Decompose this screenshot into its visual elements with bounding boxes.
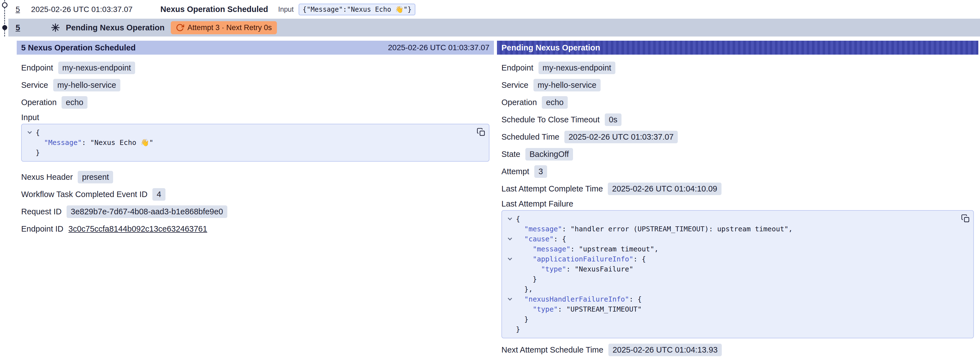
field-value-chip: my-nexus-endpoint — [58, 62, 135, 74]
code-gutter — [24, 138, 36, 148]
field-row: Next Attempt Schedule Time 2025-02-26 UT… — [501, 341, 974, 358]
field-row: State BackingOff — [501, 145, 974, 163]
field-value-chip: BackingOff — [525, 148, 573, 161]
code-gutter — [504, 304, 516, 315]
field-label: Operation — [21, 98, 57, 107]
pending-panel-header: Pending Nexus Operation — [497, 41, 978, 54]
code-text: } — [36, 148, 40, 158]
retry-refresh-icon — [176, 23, 184, 32]
field-label: Endpoint ID — [21, 224, 64, 233]
field-label: Service — [501, 81, 528, 90]
attempt-retry-badge: Attempt 3 · Next Retry 0s — [171, 21, 277, 34]
scheduled-event-panel: 5 Nexus Operation Scheduled 2025-02-26 U… — [17, 41, 494, 238]
event-timestamp: 2025-02-26 UTC 01:03:37.07 — [31, 5, 133, 14]
code-text: } — [516, 324, 520, 334]
pending-operation-row[interactable]: 5 Pending Nexus Operation Attempt 3 · Ne… — [8, 19, 980, 37]
input-preview-chip: {"Message":"Nexus Echo 👋"} — [299, 4, 415, 15]
code-text: }, — [516, 284, 533, 294]
collapse-chevron-icon[interactable] — [504, 234, 516, 244]
collapse-chevron-icon[interactable] — [504, 294, 516, 304]
field-label: Attempt — [501, 167, 529, 176]
code-line: } — [504, 315, 956, 324]
collapse-chevron-icon[interactable] — [504, 214, 516, 224]
endpoint-id-link[interactable]: 3c0c75ccfa8144b092c13ce632463761 — [68, 224, 207, 233]
field-value-chip: 3 — [534, 165, 547, 178]
code-text: "Message": "Nexus Echo 👋" — [36, 138, 153, 148]
field-value-chip: 4 — [153, 188, 165, 201]
code-line: } — [504, 324, 956, 334]
code-line: { — [504, 214, 956, 224]
code-line: "nexusHandlerFailureInfo": { — [504, 294, 956, 304]
code-text: "applicationFailureInfo": { — [516, 254, 646, 264]
code-gutter — [504, 315, 516, 324]
input-section-label: Input — [21, 111, 490, 124]
field-row: Last Attempt Complete Time 2025-02-26 UT… — [501, 180, 974, 197]
code-line: "message": "handler error (UPSTREAM_TIME… — [504, 224, 956, 234]
field-row: Endpoint ID 3c0c75ccfa8144b092c13ce63246… — [21, 220, 490, 238]
field-value-chip: echo — [542, 96, 568, 109]
pending-panel-title: Pending Nexus Operation — [501, 43, 600, 53]
field-row: Service my-hello-service — [501, 77, 974, 94]
code-line: { — [24, 128, 472, 138]
collapse-chevron-icon[interactable] — [24, 128, 36, 138]
collapse-chevron-icon[interactable] — [504, 254, 516, 264]
code-gutter — [504, 264, 516, 274]
field-label: Endpoint — [501, 63, 533, 72]
timeline-event-circle-icon — [2, 2, 8, 8]
code-gutter — [504, 284, 516, 294]
code-text: "message": "handler error (UPSTREAM_TIME… — [516, 224, 792, 234]
field-label: Workflow Task Completed Event ID — [21, 190, 147, 199]
scheduled-panel-header: 5 Nexus Operation Scheduled 2025-02-26 U… — [17, 41, 494, 54]
field-row: Nexus Header present — [21, 168, 490, 186]
code-text: { — [516, 214, 520, 224]
failure-code-block: { "message": "handler error (UPSTREAM_TI… — [501, 210, 974, 338]
code-line: "type": "NexusFailure" — [504, 264, 956, 274]
event-title: Nexus Operation Scheduled — [161, 5, 268, 14]
code-gutter — [504, 224, 516, 234]
field-row: Endpoint my-nexus-endpoint — [501, 59, 974, 77]
input-code-block: { "Message": "Nexus Echo 👋"} — [21, 124, 490, 162]
code-line: } — [504, 274, 956, 284]
code-line: "applicationFailureInfo": { — [504, 254, 956, 264]
field-row: Service my-hello-service — [21, 77, 490, 94]
event-detail-panels: 5 Nexus Operation Scheduled 2025-02-26 U… — [17, 41, 978, 358]
code-line: "Message": "Nexus Echo 👋" — [24, 138, 472, 148]
field-label: Request ID — [21, 207, 62, 216]
event-row-scheduled[interactable]: 5 2025-02-26 UTC 01:03:37.07 Nexus Opera… — [16, 0, 980, 19]
field-row: Workflow Task Completed Event ID 4 — [21, 186, 490, 203]
field-label: Scheduled Time — [501, 133, 559, 142]
field-row: Operation echo — [501, 94, 974, 111]
field-label: State — [501, 150, 520, 159]
event-id-link[interactable]: 5 — [16, 5, 20, 14]
pending-operation-panel: Pending Nexus Operation Endpoint my-nexu… — [497, 41, 978, 358]
input-label: Input — [278, 5, 294, 13]
field-row: Scheduled Time 2025-02-26 UTC 01:03:37.0… — [501, 128, 974, 145]
code-line: } — [24, 148, 472, 158]
code-text: "cause": { — [516, 234, 566, 244]
field-label: Schedule To Close Timeout — [501, 115, 600, 124]
field-value-chip: echo — [62, 96, 88, 109]
field-value-chip: my-hello-service — [533, 79, 601, 91]
code-gutter — [504, 244, 516, 254]
field-value-chip: 3e829b7e-7d67-4b08-aad3-b1e868bfe9e0 — [67, 205, 228, 218]
code-gutter — [24, 148, 36, 158]
field-row: Endpoint my-nexus-endpoint — [21, 59, 490, 77]
code-line: "cause": { — [504, 234, 956, 244]
pending-asterisk-icon — [51, 23, 60, 32]
field-value-chip: present — [78, 171, 113, 184]
code-text: { — [36, 128, 40, 138]
field-label: Next Attempt Schedule Time — [501, 345, 603, 354]
timeline-pending-dot-icon — [2, 25, 7, 30]
code-gutter — [504, 274, 516, 284]
field-row: Schedule To Close Timeout 0s — [501, 111, 974, 128]
copy-icon[interactable] — [477, 128, 485, 137]
event-id-link[interactable]: 5 — [16, 23, 20, 32]
failure-section-label: Last Attempt Failure — [501, 197, 974, 210]
copy-icon[interactable] — [961, 214, 970, 223]
field-value-chip: 0s — [605, 113, 622, 126]
code-gutter — [504, 324, 516, 334]
field-label: Operation — [501, 98, 537, 107]
code-line: }, — [504, 284, 956, 294]
field-value-chip: my-nexus-endpoint — [538, 62, 616, 74]
code-text: "type": "NexusFailure" — [516, 264, 633, 274]
